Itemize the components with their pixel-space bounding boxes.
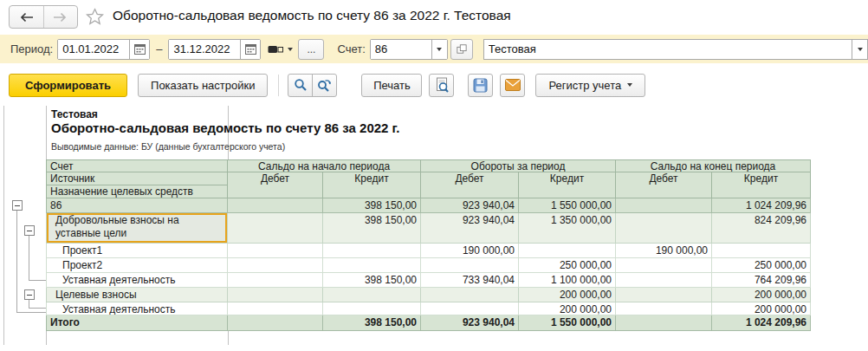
table-row[interactable]: Уставная деятельность200 000,00200 000,0… <box>46 302 811 315</box>
value-cell[interactable]: 764 209,96 <box>712 273 811 288</box>
print-button[interactable]: Печать <box>361 74 422 97</box>
table-row[interactable]: Проект2250 000,00250 000,00 <box>46 258 811 273</box>
organization-input[interactable] <box>484 40 852 59</box>
value-cell[interactable] <box>421 258 519 273</box>
value-cell[interactable]: 200 000,00 <box>712 302 811 315</box>
value-cell[interactable]: 1 550 000,00 <box>519 198 616 213</box>
row-name-cell[interactable]: Итого <box>46 315 228 331</box>
value-cell[interactable] <box>421 288 519 302</box>
value-cell[interactable] <box>228 288 323 302</box>
account-input[interactable] <box>371 40 431 59</box>
more-settings-button[interactable]: ... <box>298 39 324 60</box>
register-menu-button[interactable]: Регистр учета <box>535 74 645 97</box>
row-name-cell[interactable]: Проект1 <box>46 244 228 258</box>
value-cell[interactable] <box>323 258 421 273</box>
value-cell[interactable] <box>616 315 712 331</box>
collapse-group-button[interactable] <box>12 200 23 211</box>
table-row[interactable]: Целевые взносы200 000,00200 000,00 <box>46 288 811 302</box>
period-from-calendar-button[interactable] <box>129 40 149 59</box>
row-name-cell[interactable]: Уставная деятельность <box>46 273 228 288</box>
value-cell[interactable]: 1 100 000,00 <box>519 273 616 288</box>
account-open-button[interactable] <box>450 39 473 60</box>
row-name-cell[interactable]: 86 <box>46 198 228 213</box>
col-header-credit[interactable]: Кредит <box>323 172 421 198</box>
find-next-button[interactable] <box>312 74 337 97</box>
collapse-group-button[interactable] <box>24 289 35 300</box>
value-cell[interactable]: 923 940,04 <box>421 315 519 331</box>
forward-button[interactable] <box>43 6 78 28</box>
period-from-input[interactable] <box>58 40 129 59</box>
table-row[interactable]: Добровольные взносы на уставные цели398 … <box>46 213 811 244</box>
value-cell[interactable]: 398 150,00 <box>323 213 421 244</box>
value-cell[interactable]: 200 000,00 <box>519 288 616 302</box>
value-cell[interactable] <box>228 213 323 244</box>
col-header-credit[interactable]: Кредит <box>712 172 811 198</box>
value-cell[interactable] <box>228 315 323 331</box>
value-cell[interactable] <box>228 244 323 258</box>
value-cell[interactable]: 923 940,04 <box>421 213 519 244</box>
row-name-cell[interactable]: Уставная деятельность <box>46 302 228 315</box>
save-button[interactable] <box>468 74 493 97</box>
table-row[interactable]: Итого398 150,00923 940,041 550 000,001 0… <box>46 315 811 331</box>
period-to-input[interactable] <box>169 40 240 59</box>
value-cell[interactable] <box>228 273 323 288</box>
value-cell[interactable] <box>616 213 712 244</box>
value-cell[interactable] <box>712 244 811 258</box>
period-to-calendar-button[interactable] <box>240 40 260 59</box>
organization-dropdown-button[interactable] <box>852 40 867 59</box>
row-name-cell[interactable]: Целевые взносы <box>46 288 228 302</box>
value-cell[interactable]: 200 000,00 <box>519 302 616 315</box>
col-header-debit[interactable]: Дебет <box>421 172 519 198</box>
group-header-turnover[interactable]: Обороты за период <box>421 159 616 172</box>
value-cell[interactable] <box>323 302 421 315</box>
value-cell[interactable]: 1 350 000,00 <box>519 213 616 244</box>
value-cell[interactable] <box>228 258 323 273</box>
show-settings-button[interactable]: Показать настройки <box>138 74 268 97</box>
col-header-credit[interactable]: Кредит <box>519 172 616 198</box>
value-cell[interactable]: 250 000,00 <box>519 258 616 273</box>
value-cell[interactable] <box>519 244 616 258</box>
value-cell[interactable] <box>616 302 712 315</box>
value-cell[interactable]: 398 150,00 <box>323 315 421 331</box>
collapse-group-button[interactable] <box>24 225 35 236</box>
generate-button[interactable]: Сформировать <box>9 74 127 97</box>
value-cell[interactable]: 1 024 209,96 <box>712 315 811 331</box>
value-cell[interactable]: 190 000,00 <box>421 244 519 258</box>
print-preview-button[interactable] <box>429 74 454 97</box>
col-header-debit[interactable]: Дебет <box>616 172 712 198</box>
group-header-closing-balance[interactable]: Сальдо на конец периода <box>616 159 811 172</box>
value-cell[interactable]: 1 024 209,96 <box>712 198 811 213</box>
value-cell[interactable] <box>616 273 712 288</box>
value-cell[interactable]: 190 000,00 <box>616 244 712 258</box>
value-cell[interactable] <box>323 288 421 302</box>
row-name-cell[interactable]: Проект2 <box>46 258 228 273</box>
value-cell[interactable] <box>616 198 712 213</box>
col-header-purpose[interactable]: Назначение целевых средств <box>46 185 228 198</box>
value-cell[interactable]: 200 000,00 <box>712 288 811 302</box>
favorite-star-icon[interactable] <box>86 8 104 29</box>
value-cell[interactable]: 824 209,96 <box>712 213 811 244</box>
value-cell[interactable] <box>228 198 323 213</box>
col-header-debit[interactable]: Дебет <box>228 172 323 198</box>
value-cell[interactable] <box>323 244 421 258</box>
value-cell[interactable]: 398 150,00 <box>323 198 421 213</box>
table-row[interactable]: Проект1190 000,00190 000,00 <box>46 244 811 258</box>
table-row[interactable]: 86398 150,00923 940,041 550 000,001 024 … <box>46 198 811 213</box>
account-dropdown-button[interactable] <box>431 40 447 59</box>
back-button[interactable] <box>10 6 43 28</box>
row-name-cell[interactable]: Добровольные взносы на уставные цели <box>46 213 228 244</box>
value-cell[interactable]: 1 550 000,00 <box>519 315 616 331</box>
col-header-source[interactable]: Источник <box>46 172 228 185</box>
find-button[interactable] <box>288 74 313 97</box>
period-preset-button[interactable] <box>268 44 293 55</box>
col-header-account[interactable]: Счет <box>46 159 228 172</box>
email-button[interactable] <box>500 74 525 97</box>
group-header-opening-balance[interactable]: Сальдо на начало периода <box>228 159 421 172</box>
value-cell[interactable] <box>228 302 323 315</box>
value-cell[interactable]: 733 940,04 <box>421 273 519 288</box>
value-cell[interactable] <box>616 258 712 273</box>
value-cell[interactable] <box>421 302 519 315</box>
value-cell[interactable]: 250 000,00 <box>712 258 811 273</box>
value-cell[interactable]: 398 150,00 <box>323 273 421 288</box>
value-cell[interactable]: 923 940,04 <box>421 198 519 213</box>
